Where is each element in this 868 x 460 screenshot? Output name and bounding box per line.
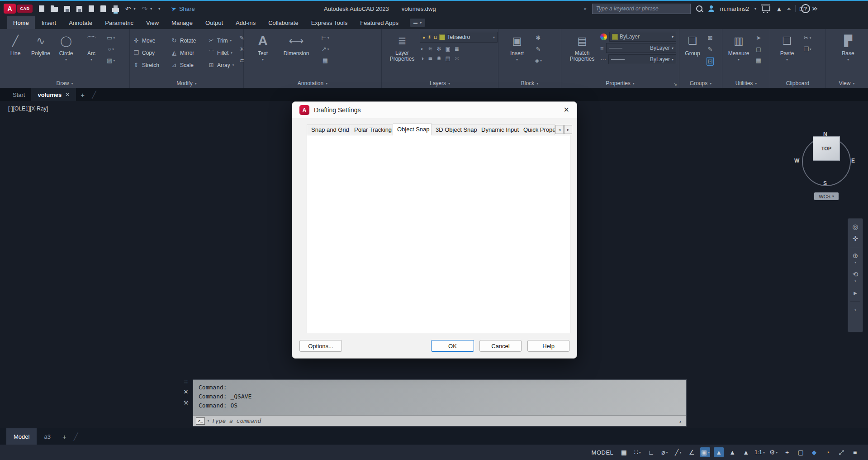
wcs-dropdown[interactable]: WCS ▾ xyxy=(814,192,839,200)
create-block-tool[interactable]: ✱ xyxy=(536,34,541,41)
command-close-icon[interactable]: ✕ xyxy=(184,388,189,395)
select-window-tool[interactable]: ▢ xyxy=(756,46,761,53)
username[interactable]: m.martins2 xyxy=(720,5,749,12)
properties-dialog-launcher-icon[interactable]: ↘ xyxy=(674,82,677,86)
mirror-tool[interactable]: ◭Mirror xyxy=(171,47,208,59)
stretch-tool[interactable]: ⇕Stretch xyxy=(133,59,171,71)
qat-customize-icon[interactable]: ▾ xyxy=(158,7,160,11)
panel-block-label[interactable]: Block ▾ xyxy=(498,79,561,88)
leader-tool[interactable]: ↗▾ xyxy=(322,46,329,53)
tab-quick-properties[interactable]: Quick Propert xyxy=(519,125,555,135)
ribbon-tab-parametric[interactable]: Parametric xyxy=(99,16,139,29)
user-avatar-icon[interactable] xyxy=(708,5,715,12)
circle-tool[interactable]: ◯ Circle ▾ xyxy=(53,29,79,79)
search-history-icon[interactable]: ▸ xyxy=(584,6,587,11)
viewcube-top-face[interactable]: TOP xyxy=(813,136,840,161)
quick-select-tool[interactable]: ➤ xyxy=(756,34,761,41)
annotation-scale-button[interactable]: ▲ xyxy=(741,447,751,457)
annotation-scale-value[interactable]: 1:1▾ xyxy=(754,447,765,457)
isolate-objects-button[interactable]: ▢ xyxy=(796,447,806,457)
panel-annotation-label[interactable]: Annotation ▾ xyxy=(244,79,381,88)
measure-tool[interactable]: ▥ Measure ▾ xyxy=(725,29,752,79)
copy-clip-tool[interactable]: ❐▾ xyxy=(803,46,811,53)
panel-groups-label[interactable]: Groups ▾ xyxy=(679,79,722,88)
navigation-wheel-icon[interactable]: ◎ xyxy=(852,223,858,230)
lineweight-dropdown[interactable]: ByLayer ▾ xyxy=(606,43,676,53)
copy-tool[interactable]: ❐Copy xyxy=(133,47,171,59)
command-input-row[interactable]: >_ ▾ Type a command ▴ xyxy=(193,415,686,426)
match-properties-tool[interactable]: ▤ Match Properties xyxy=(564,29,600,79)
undo-dropdown-icon[interactable]: ▾ xyxy=(134,7,136,11)
scale-tool[interactable]: ⊿Scale xyxy=(171,59,208,71)
open-file-icon[interactable] xyxy=(51,7,58,12)
dialog-title-bar[interactable]: A Drafting Settings xyxy=(292,102,577,118)
new-file-icon[interactable] xyxy=(39,5,44,12)
user-dropdown-icon[interactable]: ▾ xyxy=(754,7,756,11)
plot-icon[interactable] xyxy=(112,8,119,12)
command-customize-wrench-icon[interactable]: ⚒ xyxy=(183,399,189,406)
layout-tab-model[interactable]: Model xyxy=(6,428,37,445)
units-button[interactable]: ◔ xyxy=(823,447,833,457)
save-icon[interactable] xyxy=(64,6,70,12)
layout-tab-a3[interactable]: a3 xyxy=(37,428,57,445)
command-expand-icon[interactable]: ▴ xyxy=(679,419,682,424)
rectangle-tool[interactable]: ▭▾ xyxy=(107,34,115,41)
pan-icon[interactable]: ✜ xyxy=(853,235,859,242)
grid-display-toggle[interactable]: ▦ xyxy=(619,447,629,457)
layer-properties-tool[interactable]: ≣ Layer Properties xyxy=(384,29,420,79)
panel-modify-label[interactable]: Modify ▾ xyxy=(130,79,243,88)
panel-layers-label[interactable]: Layers ▾ xyxy=(382,79,498,88)
store-cart-icon[interactable] xyxy=(762,6,770,11)
snap-mode-toggle[interactable]: ∷▾ xyxy=(632,447,642,457)
viewport-controls-label[interactable]: [-][OLE1][X-Ray] xyxy=(8,105,48,112)
group-tool[interactable]: ❏ Group xyxy=(681,29,704,79)
object-color-dropdown[interactable]: ByLayer ▾ xyxy=(609,32,676,42)
ribbon-tab-collaborate[interactable]: Collaborate xyxy=(262,16,304,29)
layer-tools-row-1[interactable]: ◐≋✻▣≣ xyxy=(420,46,498,52)
ribbon-tab-view[interactable]: View xyxy=(140,16,165,29)
rotate-tool[interactable]: ↻Rotate xyxy=(171,34,208,47)
command-drag-handle[interactable]: ⠿⠿ xyxy=(184,380,188,384)
isodraft-toggle[interactable]: ╱▾ xyxy=(673,447,683,457)
line-tool[interactable]: ╱ Line xyxy=(3,29,28,79)
hatch-tool[interactable]: ▨▾ xyxy=(107,57,115,64)
new-layout-button[interactable]: + xyxy=(58,428,71,445)
ellipse-tool[interactable]: ○▾ xyxy=(108,46,114,53)
panel-clipboard-label[interactable]: Clipboard xyxy=(770,79,825,88)
object-snap-tracking-toggle[interactable]: ∠ xyxy=(687,447,697,457)
close-button[interactable]: ✕ xyxy=(809,5,819,12)
table-tool[interactable]: ▦ xyxy=(323,57,328,64)
dialog-close-icon[interactable]: ✕ xyxy=(564,105,569,114)
open-from-mobile-icon[interactable] xyxy=(89,5,94,12)
layer-select-dropdown[interactable]: ● ☀ ⊔ Tetraedro ▾ xyxy=(420,32,498,43)
annotation-visibility-toggle[interactable]: ▲ xyxy=(714,447,724,457)
text-tool[interactable]: A Text ▾ xyxy=(250,29,275,79)
search-input[interactable]: Type a keyword or phrase xyxy=(592,4,691,14)
command-input[interactable]: Type a command xyxy=(212,417,261,424)
arc-tool[interactable]: ⌒ Arc ▾ xyxy=(79,29,104,79)
search-icon[interactable] xyxy=(696,5,702,12)
autodesk-app-icon[interactable]: ▲ xyxy=(776,5,783,13)
autoscale-toggle[interactable]: ▲ xyxy=(727,447,737,457)
ok-button[interactable]: OK xyxy=(431,340,474,352)
command-recent-dropdown-icon[interactable]: ▾ xyxy=(207,419,209,423)
base-view-tool[interactable]: ▛ Base ▾ xyxy=(835,29,862,79)
ribbon-tab-annotate[interactable]: Annotate xyxy=(63,16,98,29)
graphics-performance-button[interactable]: ◆ xyxy=(809,447,819,457)
new-drawing-tab-button[interactable]: + xyxy=(76,88,89,101)
ribbon-tab-addins[interactable]: Add-ins xyxy=(230,16,261,29)
tab-scroll-left-icon[interactable]: ◂ xyxy=(555,125,564,134)
file-tab-start[interactable]: Start xyxy=(6,88,31,101)
model-space-toggle[interactable]: MODEL xyxy=(592,447,614,457)
polar-tracking-toggle[interactable]: ⌀▾ xyxy=(659,447,669,457)
tab-scroll-right-icon[interactable]: ▸ xyxy=(564,125,572,134)
ribbon-tab-manage[interactable]: Manage xyxy=(166,16,199,29)
ungroup-tool[interactable]: ⊠ xyxy=(708,34,713,41)
ribbon-tab-output[interactable]: Output xyxy=(199,16,229,29)
viewcube-east-label[interactable]: E xyxy=(851,158,855,164)
cancel-button[interactable]: Cancel xyxy=(479,340,522,352)
paste-tool[interactable]: ❑ Paste ▾ xyxy=(775,29,799,79)
redo-icon[interactable]: ↷ xyxy=(142,5,148,12)
panel-utilities-label[interactable]: Utilities ▾ xyxy=(722,79,770,88)
ribbon-tab-insert[interactable]: Insert xyxy=(36,16,62,29)
